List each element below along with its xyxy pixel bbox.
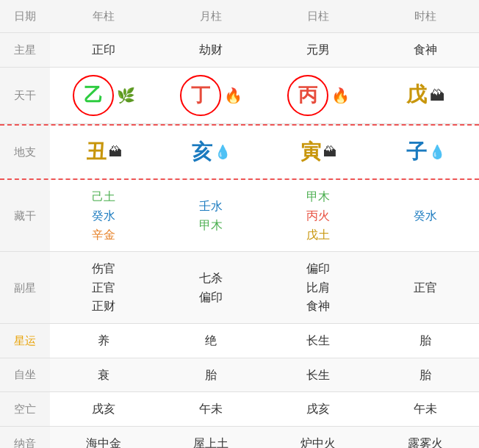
tiangan-circle-bing: 丙 xyxy=(287,75,328,116)
kongwang-nian: 戌亥 xyxy=(50,392,157,426)
fuxing-shi: 正官 xyxy=(372,252,479,323)
canggan-nian: 己土 癸水 辛金 xyxy=(50,180,157,251)
tiangan-row: 天干 乙 🌿 丁 🔥 丙 xyxy=(0,68,479,124)
header-nian: 年柱 xyxy=(50,0,157,32)
tiangan-emoji-3: 🏔 xyxy=(430,84,444,107)
header-yue: 月柱 xyxy=(157,0,264,32)
zhuxing-ri: 元男 xyxy=(264,33,372,67)
header-row: 日期 年柱 月柱 日柱 时柱 xyxy=(0,0,479,33)
tiangan-label: 天干 xyxy=(0,68,50,123)
tiangan-emoji-2: 🔥 xyxy=(331,84,350,107)
nayin-nian: 海中金 xyxy=(50,427,157,448)
main-table: 日期 年柱 月柱 日柱 时柱 主星 正印 劫财 元男 食神 xyxy=(0,0,479,448)
kongwang-row: 空亡 戌亥 午未 戌亥 午未 xyxy=(0,392,479,427)
canggan-row: 藏干 己土 癸水 辛金 壬水 甲木 甲木 丙火 戊土 癸水 xyxy=(0,180,479,252)
tiangan-emoji-0: 🌿 xyxy=(117,84,135,107)
nayin-ri: 炉中火 xyxy=(264,427,372,448)
zizuo-ri: 长生 xyxy=(264,358,372,392)
tiangan-ri: 丙 🔥 xyxy=(264,68,372,123)
header-shi: 时柱 xyxy=(372,0,479,32)
kongwang-label: 空亡 xyxy=(0,392,50,426)
dizhi-nian: 丑 🏔 xyxy=(50,126,157,179)
zhuxing-nian: 正印 xyxy=(50,33,157,67)
fuxing-row: 副星 伤官 正官 正财 七杀 偏印 偏印 比肩 食神 正官 xyxy=(0,252,479,324)
zizuo-shi: 胎 xyxy=(372,358,479,392)
tiangan-wu: 戊 xyxy=(406,79,427,112)
zhuxing-label: 主星 xyxy=(0,33,50,67)
tiangan-shi: 戊 🏔 xyxy=(372,68,479,123)
zhuxing-shi: 食神 xyxy=(372,33,479,67)
xingyun-shi: 胎 xyxy=(372,324,479,358)
kongwang-shi: 午未 xyxy=(372,392,479,426)
tiangan-nian: 乙 🌿 xyxy=(50,68,157,123)
fuxing-label: 副星 xyxy=(0,252,50,323)
xingyun-ri: 长生 xyxy=(264,324,372,358)
nayin-row: 纳音 海中金 屋上土 炉中火 露雾火 xyxy=(0,427,479,448)
zhuxing-yue: 劫财 xyxy=(157,33,264,67)
dizhi-ri: 寅 🏔 xyxy=(264,126,372,179)
xingyun-label: 星运 xyxy=(0,324,50,358)
kongwang-yue: 午未 xyxy=(157,392,264,426)
xingyun-nian: 养 xyxy=(50,324,157,358)
tiangan-circle-ding: 丁 xyxy=(180,75,221,116)
canggan-label: 藏干 xyxy=(0,180,50,251)
dizhi-yue: 亥 💧 xyxy=(157,126,264,179)
header-label: 日期 xyxy=(0,0,50,32)
zhuxing-row: 主星 正印 劫财 元男 食神 xyxy=(0,33,479,68)
zizuo-nian: 衰 xyxy=(50,358,157,392)
nayin-label: 纳音 xyxy=(0,427,50,448)
zizuo-label: 自坐 xyxy=(0,358,50,392)
canggan-yue: 壬水 甲木 xyxy=(157,180,264,251)
dizhi-row: 地支 丑 🏔 亥 💧 寅 🏔 子 💧 xyxy=(0,124,479,181)
xingyun-yue: 绝 xyxy=(157,324,264,358)
tiangan-emoji-1: 🔥 xyxy=(224,84,242,107)
dizhi-label: 地支 xyxy=(0,126,50,179)
header-ri: 日柱 xyxy=(264,0,372,32)
nayin-shi: 露雾火 xyxy=(372,427,479,448)
dizhi-shi: 子 💧 xyxy=(372,126,479,179)
zizuo-row: 自坐 衰 胎 长生 胎 xyxy=(0,358,479,393)
kongwang-ri: 戌亥 xyxy=(264,392,372,426)
tiangan-yue: 丁 🔥 xyxy=(157,68,264,123)
fuxing-ri: 偏印 比肩 食神 xyxy=(264,252,372,323)
nayin-yue: 屋上土 xyxy=(157,427,264,448)
canggan-ri: 甲木 丙火 戊土 xyxy=(264,180,372,251)
fuxing-nian: 伤官 正官 正财 xyxy=(50,252,157,323)
canggan-shi: 癸水 xyxy=(372,180,479,251)
tiangan-circle-yi: 乙 xyxy=(73,75,114,116)
zizuo-yue: 胎 xyxy=(157,358,264,392)
fuxing-yue: 七杀 偏印 xyxy=(157,252,264,323)
xingyun-row: 星运 养 绝 长生 胎 xyxy=(0,324,479,358)
